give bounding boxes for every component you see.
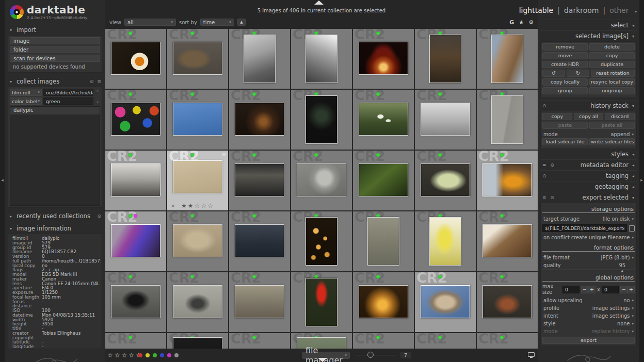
color-label-filter-dot[interactable] — [167, 353, 171, 357]
rotate-ccw-button[interactable]: ↺ — [542, 70, 565, 77]
overlays-star-icon[interactable]: ★ — [519, 19, 524, 26]
profile-dropdown[interactable]: image settings▾ — [592, 305, 634, 311]
panel-button[interactable]: create HDR — [542, 61, 588, 68]
thumbnail-cell[interactable]: CR2 — [105, 90, 166, 150]
import-folder-button[interactable]: folder — [10, 46, 100, 53]
panel-button[interactable]: copy locally — [542, 78, 588, 86]
thumbnail-cell[interactable]: CR2 — [167, 90, 228, 150]
thumbnail-cell[interactable]: CR2 — [167, 211, 228, 271]
thumbnail-cell[interactable]: CR2 — [167, 29, 228, 89]
presets-icon[interactable]: ≡ — [542, 195, 546, 200]
reset-icon[interactable]: ⊙ — [551, 162, 555, 168]
max-width-input[interactable]: 0 — [562, 286, 579, 293]
thumbnail-cell[interactable]: CR2 — [167, 333, 228, 349]
panel-button[interactable]: write sidecar files — [589, 138, 635, 145]
thumbnail-cell[interactable]: CR2 — [477, 272, 538, 332]
thumbnail-cell[interactable]: CR2 — [353, 90, 414, 150]
panel-button[interactable]: copy — [589, 52, 635, 59]
thumbnail-cell[interactable]: CR2 — [415, 151, 476, 210]
thumbnail-cell[interactable]: CR2 — [353, 333, 414, 349]
decrement-button[interactable]: − — [620, 286, 627, 293]
thumbnail-cell[interactable]: CR2 — [415, 272, 476, 332]
thumbnail-cell[interactable]: CR2 — [353, 151, 414, 210]
panel-button[interactable]: resync local copy — [589, 78, 635, 86]
reject-icon[interactable]: ✕ — [171, 203, 175, 209]
section-recent-collections-header[interactable]: ▸ recently used collections ⊙ — [8, 210, 102, 221]
tab-lighttable[interactable]: lighttable — [519, 6, 554, 14]
quality-slider[interactable]: quality 95 ▲ — [542, 261, 635, 270]
rule-operator-icon[interactable]: ⌃ — [95, 90, 100, 95]
increment-button[interactable]: + — [588, 286, 595, 293]
section-metadata-editor-header[interactable]: ≡⊙metadata editor◂ — [540, 159, 637, 170]
panel-button[interactable]: group — [542, 87, 588, 94]
thumbnail-cell[interactable]: CR2 — [477, 211, 538, 271]
rotate-cw-button[interactable]: ↻ — [567, 70, 589, 77]
thumbnail-cell[interactable]: CR2 — [477, 151, 538, 210]
collect-value-input[interactable]: green — [43, 97, 93, 105]
color-label-filter-dot[interactable] — [160, 353, 164, 357]
max-height-input[interactable]: 0 — [602, 286, 619, 293]
thumbnail-cell[interactable]: CR2 — [415, 90, 476, 150]
reset-icon[interactable]: ⊙ — [542, 103, 546, 108]
thumbnail-cell[interactable]: CR2 — [415, 333, 476, 349]
collection-list-item[interactable]: dailypic — [10, 107, 100, 114]
rule-operator-icon[interactable]: ⌄ — [95, 98, 100, 104]
reset-icon[interactable]: ⊙ — [551, 195, 555, 200]
panel-button[interactable]: ungroup — [589, 87, 635, 94]
thumbnail-cell[interactable]: CR2 — [477, 90, 538, 150]
color-label-filter-dot[interactable] — [174, 353, 179, 357]
increment-button[interactable]: + — [627, 286, 635, 293]
collapse-right-panel-icon[interactable]: ▸ — [639, 177, 644, 183]
export-button[interactable]: export — [542, 337, 635, 344]
panel-button[interactable]: discard — [605, 113, 635, 120]
thumbnail-cell[interactable]: CR2 — [291, 29, 352, 89]
thumbnail-cell[interactable]: CR2 — [105, 272, 166, 332]
section-selected-images-header[interactable]: selected image[s] ▾ — [540, 30, 637, 41]
color-label-filter-dot[interactable] — [153, 353, 157, 357]
section-geotagging-header[interactable]: geotagging◂ — [540, 181, 637, 192]
color-label-filter-dot[interactable] — [138, 353, 142, 357]
mode-dropdown[interactable]: replace history▾ — [592, 328, 634, 334]
view-filter-dropdown[interactable]: all ▾ — [124, 19, 176, 26]
thumbnail-cell[interactable]: CR2 — [291, 272, 352, 332]
panel-button[interactable]: duplicate — [589, 61, 635, 68]
sort-dropdown[interactable]: time ▾ — [200, 19, 234, 26]
allow-upscaling-dropdown[interactable]: no▾ — [623, 298, 634, 303]
section-tagging-header[interactable]: ⊙tagging◂ — [540, 170, 637, 181]
panel-button[interactable]: load sidecar file — [542, 138, 588, 145]
thumbnail-cell[interactable]: CR2 — [105, 211, 166, 271]
thumbnail-cell[interactable]: CR2 — [229, 272, 290, 332]
collapse-left-panel-icon[interactable]: ◂ — [0, 177, 5, 183]
thumbnail-cell[interactable]: CR2 — [353, 272, 414, 332]
thumbnail-cell[interactable]: CR2 — [291, 211, 352, 271]
panel-button[interactable]: copy — [542, 113, 572, 120]
reset-rotation-button[interactable]: reset rotation — [591, 70, 635, 77]
collect-field-dropdown[interactable]: film roll ▾ — [10, 89, 42, 96]
decrement-button[interactable]: − — [581, 286, 588, 293]
thumbnail-cell[interactable]: CR2 — [105, 333, 166, 349]
mode-dropdown[interactable]: append▾ — [611, 131, 634, 137]
section-styles-header[interactable]: styles◂ — [540, 149, 637, 159]
panel-button[interactable]: paste — [542, 122, 588, 129]
color-label-filter-dot[interactable] — [146, 353, 150, 357]
thumbnail-cell[interactable]: CR2 — [353, 211, 414, 271]
reset-icon[interactable]: ⊙ — [90, 79, 94, 84]
section-export-header[interactable]: ≡ ⊙ export selected ▾ — [540, 192, 637, 203]
collect-value-input[interactable]: ouz/Bilder/Archiv/dailypic — [43, 89, 93, 96]
zoom-level-value[interactable]: 7 — [400, 352, 411, 359]
thumbnail-cell[interactable]: CR2 — [477, 29, 538, 89]
thumbnail-cell[interactable]: CR2 — [415, 211, 476, 271]
thumbnail-cell[interactable]: CR2 — [415, 29, 476, 89]
zoom-slider-knob[interactable] — [367, 352, 374, 358]
target-storage-dropdown[interactable]: file on disk ▾ — [602, 216, 634, 222]
thumbnail-cell[interactable]: CR2 — [353, 29, 414, 89]
collapse-bottom-panel-icon[interactable] — [318, 358, 327, 362]
intent-dropdown[interactable]: image settings▾ — [592, 313, 634, 319]
panel-button[interactable]: paste all — [589, 122, 635, 129]
section-collect-header[interactable]: ▾ collect images ⊙ ≡ — [8, 76, 102, 87]
display-profile-icon[interactable] — [528, 352, 535, 357]
on-conflict-dropdown[interactable]: create unique filename ▾ — [571, 235, 634, 240]
thumbnail-cell[interactable]: CR2⊗✕★★☆☆☆ — [167, 151, 228, 210]
thumbnail-cell[interactable]: CR2 — [167, 272, 228, 332]
section-image-information-header[interactable]: ▾ image information — [8, 223, 102, 234]
